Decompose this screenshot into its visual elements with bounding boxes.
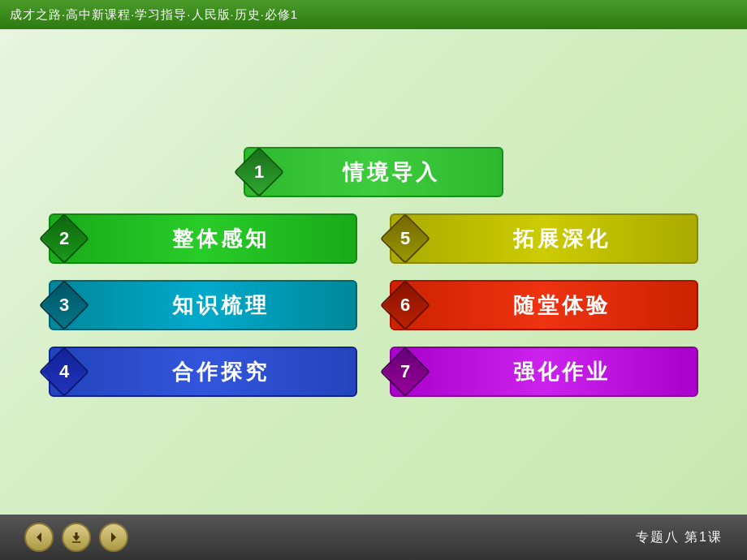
prev-icon xyxy=(32,530,46,545)
btn-label-2: 整体感知 xyxy=(86,225,356,253)
footer: 专题八 第1课 xyxy=(0,515,747,560)
svg-rect-3 xyxy=(72,541,81,543)
badge-num-3: 3 xyxy=(59,295,69,316)
menu-button-3[interactable]: 3 知识梳理 xyxy=(49,280,357,330)
btn-label-5: 拓展深化 xyxy=(427,225,697,253)
badge-num-6: 6 xyxy=(400,295,410,316)
badge-num-5: 5 xyxy=(400,228,410,249)
svg-marker-4 xyxy=(111,532,116,542)
row-1: 1 情境导入 xyxy=(49,147,698,197)
next-button[interactable] xyxy=(99,523,128,552)
svg-marker-1 xyxy=(73,536,80,541)
prev-button[interactable] xyxy=(24,523,54,552)
menu-button-7[interactable]: 7 强化作业 xyxy=(390,347,698,397)
next-icon xyxy=(106,530,121,545)
footer-info: 专题八 第1课 xyxy=(636,529,723,546)
header: 成才之路·高中新课程·学习指导·人民版·历史·必修1 xyxy=(0,0,747,29)
menu-button-6[interactable]: 6 随堂体验 xyxy=(390,280,698,330)
svg-rect-2 xyxy=(76,532,78,536)
menu-button-1[interactable]: 1 情境导入 xyxy=(244,147,503,197)
badge-num-1: 1 xyxy=(254,162,264,183)
download-icon xyxy=(69,530,84,545)
row-3: 3 知识梳理 6 随堂体验 xyxy=(49,280,698,330)
btn-label-7: 强化作业 xyxy=(427,358,697,386)
btn-label-3: 知识梳理 xyxy=(86,291,356,320)
badge-num-2: 2 xyxy=(59,228,69,249)
btn-label-1: 情境导入 xyxy=(281,158,502,187)
header-title: 成才之路·高中新课程·学习指导·人民版·历史·必修1 xyxy=(10,7,298,23)
badge-num-4: 4 xyxy=(59,361,69,382)
badge-4: 4 xyxy=(42,350,86,394)
menu-button-4[interactable]: 4 合作探究 xyxy=(49,347,357,397)
row-4: 4 合作探究 7 强化作业 xyxy=(49,347,698,397)
main-content: 1 情境导入 2 整体感知 5 拓展深化 xyxy=(0,29,747,515)
badge-1: 1 xyxy=(237,150,281,194)
badge-7: 7 xyxy=(383,350,427,394)
badge-num-7: 7 xyxy=(400,361,410,382)
btn-label-6: 随堂体验 xyxy=(427,291,697,320)
btn-label-4: 合作探究 xyxy=(86,358,356,386)
download-button[interactable] xyxy=(62,523,91,552)
badge-5: 5 xyxy=(383,217,427,261)
menu-button-5[interactable]: 5 拓展深化 xyxy=(390,213,698,264)
badge-3: 3 xyxy=(42,283,86,327)
row-2: 2 整体感知 5 拓展深化 xyxy=(49,213,698,264)
svg-marker-0 xyxy=(37,532,41,542)
nav-buttons xyxy=(24,523,128,552)
badge-6: 6 xyxy=(383,283,427,327)
menu-button-2[interactable]: 2 整体感知 xyxy=(49,213,357,264)
badge-2: 2 xyxy=(42,217,86,261)
